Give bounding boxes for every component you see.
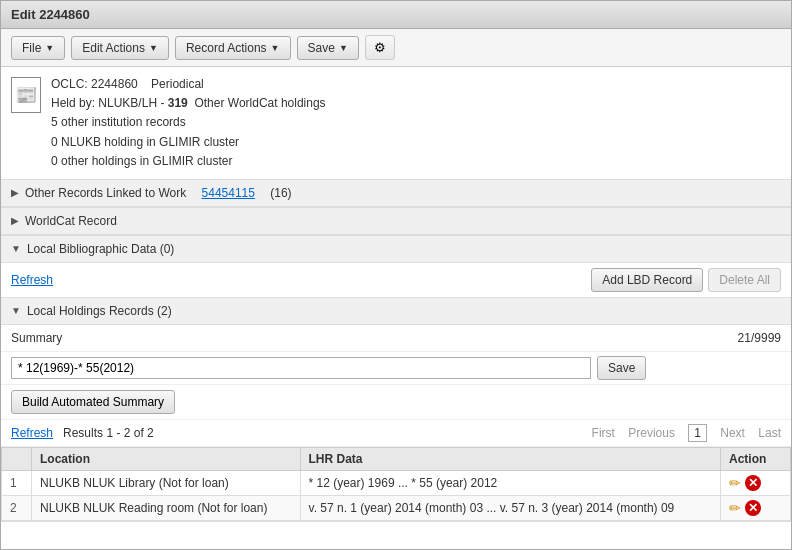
nav-current-page[interactable]: 1 (688, 424, 707, 442)
title-bar: Edit 2244860 (1, 1, 791, 29)
add-lbd-button[interactable]: Add LBD Record (591, 268, 703, 292)
delete-icon[interactable]: ✕ (745, 475, 761, 491)
file-dropdown-arrow: ▼ (45, 43, 54, 53)
table-row: 2 NLUKB NLUK Reading room (Not for loan)… (2, 495, 791, 520)
local-holdings-triangle: ▼ (11, 305, 21, 316)
worldcat-header[interactable]: ▶ WorldCat Record (1, 208, 791, 235)
save-dropdown-arrow: ▼ (339, 43, 348, 53)
edit-actions-dropdown-arrow: ▼ (149, 43, 158, 53)
settings-button[interactable]: ⚙ (365, 35, 395, 60)
local-bib-triangle: ▼ (11, 243, 21, 254)
main-window: Edit 2244860 File ▼ Edit Actions ▼ Recor… (0, 0, 792, 550)
local-bib-section: ▼ Local Bibliographic Data (0) Refresh A… (1, 236, 791, 298)
record-details: OCLC: 2244860 Periodical Held by: NLUKB/… (51, 75, 326, 171)
row-location: NLUKB NLUK Library (Not for loan) (32, 470, 301, 495)
col-location-header: Location (32, 447, 301, 470)
row-action: ✏ ✕ (721, 495, 791, 520)
results-row: Refresh Results 1 - 2 of 2 First Previou… (1, 420, 791, 447)
summary-input[interactable] (11, 357, 591, 379)
worldcat-section: ▶ WorldCat Record (1, 208, 791, 236)
nav-last: Last (758, 426, 781, 440)
local-bib-header[interactable]: ▼ Local Bibliographic Data (0) (1, 236, 791, 263)
lbd-buttons: Add LBD Record Delete All (591, 268, 781, 292)
nlukb-holding: 0 NLUKB holding in GLIMIR cluster (51, 135, 239, 149)
col-num-header (2, 447, 32, 470)
nav-next: Next (720, 426, 745, 440)
edit-actions-button[interactable]: Edit Actions ▼ (71, 36, 169, 60)
row-num: 2 (2, 495, 32, 520)
nav-first: First (592, 426, 615, 440)
nav-previous: Previous (628, 426, 675, 440)
local-holdings-label: Local Holdings Records (2) (27, 304, 172, 318)
other-records-link[interactable]: 54454115 (202, 186, 255, 200)
summary-save-button[interactable]: Save (597, 356, 646, 380)
results-nav: First Previous 1 Next Last (592, 424, 781, 442)
row-location: NLUKB NLUK Reading room (Not for loan) (32, 495, 301, 520)
worldcat-triangle: ▶ (11, 215, 19, 226)
local-holdings-header[interactable]: ▼ Local Holdings Records (2) (1, 298, 791, 325)
main-content: 📰 OCLC: 2244860 Periodical Held by: NLUK… (1, 67, 791, 549)
delete-all-button: Delete All (708, 268, 781, 292)
other-records-count: (16) (270, 186, 291, 200)
other-records-header[interactable]: ▶ Other Records Linked to Work 54454115 … (1, 180, 791, 207)
col-action-header: Action (721, 447, 791, 470)
type-label: Periodical (151, 77, 204, 91)
build-row: Build Automated Summary (1, 385, 791, 420)
table-row: 1 NLUKB NLUK Library (Not for loan) * 12… (2, 470, 791, 495)
build-summary-button[interactable]: Build Automated Summary (11, 390, 175, 414)
record-icon: 📰 (11, 77, 41, 113)
gear-icon: ⚙ (374, 40, 386, 55)
lbd-toolbar: Refresh Add LBD Record Delete All (1, 263, 791, 297)
other-records-triangle: ▶ (11, 187, 19, 198)
worldcat-label: WorldCat Record (25, 214, 117, 228)
lbd-refresh-link[interactable]: Refresh (11, 273, 53, 287)
summary-label: Summary (11, 331, 62, 345)
local-holdings-section: ▼ Local Holdings Records (2) Summary 21/… (1, 298, 791, 522)
oclc-label: OCLC: 2244860 (51, 77, 138, 91)
edit-icon[interactable]: ✏ (729, 500, 741, 516)
row-num: 1 (2, 470, 32, 495)
held-count: 319 (168, 96, 188, 110)
summary-count: 21/9999 (738, 331, 781, 345)
held-suffix: Other WorldCat holdings (194, 96, 325, 110)
delete-icon[interactable]: ✕ (745, 500, 761, 516)
row-lhr-data: v. 57 n. 1 (year) 2014 (month) 03 ... v.… (300, 495, 720, 520)
other-records-label: Other Records Linked to Work (25, 186, 186, 200)
window-title: Edit 2244860 (11, 7, 90, 22)
col-lhr-header: LHR Data (300, 447, 720, 470)
lhr-refresh-link[interactable]: Refresh (11, 426, 53, 440)
toolbar: File ▼ Edit Actions ▼ Record Actions ▼ S… (1, 29, 791, 67)
results-text: Results 1 - 2 of 2 (63, 426, 154, 440)
save-button[interactable]: Save ▼ (297, 36, 359, 60)
row-action: ✏ ✕ (721, 470, 791, 495)
file-button[interactable]: File ▼ (11, 36, 65, 60)
held-by-label: Held by: NLUKB/LH - (51, 96, 164, 110)
record-info-section: 📰 OCLC: 2244860 Periodical Held by: NLUK… (1, 67, 791, 180)
record-actions-button[interactable]: Record Actions ▼ (175, 36, 291, 60)
summary-input-row: Save (1, 352, 791, 385)
record-actions-dropdown-arrow: ▼ (271, 43, 280, 53)
other-holdings: 0 other holdings in GLIMIR cluster (51, 154, 232, 168)
other-records-section: ▶ Other Records Linked to Work 54454115 … (1, 180, 791, 208)
institution-records: 5 other institution records (51, 115, 186, 129)
holdings-table: Location LHR Data Action 1 NLUKB NLUK Li… (1, 447, 791, 521)
edit-icon[interactable]: ✏ (729, 475, 741, 491)
local-bib-label: Local Bibliographic Data (0) (27, 242, 174, 256)
row-lhr-data: * 12 (year) 1969 ... * 55 (year) 2012 (300, 470, 720, 495)
summary-row: Summary 21/9999 (1, 325, 791, 352)
